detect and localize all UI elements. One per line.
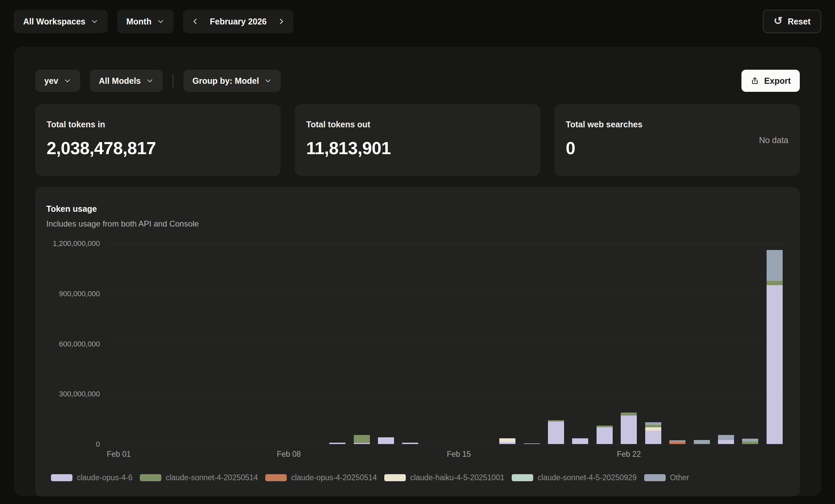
group-by-dropdown-label: Group by: Model — [192, 76, 259, 86]
x-tick-label: Feb 15 — [447, 450, 471, 459]
legend-item: claude-sonnet-4-20250514 — [140, 473, 258, 482]
bar-segment — [621, 413, 637, 416]
chart-bar[interactable] — [354, 435, 370, 444]
models-dropdown[interactable]: All Models — [90, 70, 163, 92]
stat-card-tokens-out: Total tokens out 11,813,901 — [295, 104, 540, 176]
stat-card-web-searches: Total web searches 0 No data — [554, 104, 800, 176]
chart-bar[interactable] — [718, 435, 734, 444]
stats-row: Total tokens in 2,038,478,817 Total toke… — [35, 104, 800, 176]
export-icon — [751, 77, 759, 85]
main-panel: yev All Models Group by: Model Export To… — [14, 47, 821, 496]
chart-bar[interactable] — [694, 440, 710, 444]
stat-value: 11,813,901 — [306, 138, 529, 158]
chart-bar[interactable] — [329, 443, 345, 444]
chart-bar[interactable] — [572, 438, 588, 444]
chart-bar[interactable] — [402, 443, 418, 444]
legend-label: claude-opus-4-6 — [77, 473, 133, 482]
user-dropdown[interactable]: yev — [35, 70, 80, 92]
previous-month-button[interactable] — [188, 15, 202, 28]
chart-bar[interactable] — [499, 438, 515, 444]
chart-subtitle: Includes usage from both API and Console — [46, 219, 789, 229]
stat-title: Total web searches — [566, 120, 788, 129]
chart-bar[interactable] — [378, 437, 394, 444]
stat-title: Total tokens out — [306, 120, 529, 129]
bar-segment — [645, 425, 661, 427]
chevron-down-icon — [91, 18, 98, 25]
chart-bar[interactable] — [524, 443, 540, 444]
gridline — [107, 444, 787, 444]
y-axis: 0300,000,000600,000,000900,000,0001,200,… — [46, 244, 107, 444]
chevron-right-icon — [277, 17, 285, 25]
chart-bar[interactable] — [645, 422, 661, 444]
gridline — [107, 344, 787, 344]
stat-value: 2,038,478,817 — [47, 138, 269, 158]
legend-swatch — [265, 474, 287, 481]
legend-swatch — [51, 474, 73, 481]
x-tick-label: Feb 08 — [277, 450, 301, 459]
bar-segment — [354, 435, 370, 443]
chart-card: Token usage Includes usage from both API… — [35, 187, 800, 496]
bar-segment — [767, 285, 783, 444]
user-dropdown-label: yev — [44, 76, 58, 86]
no-data-label: No data — [759, 135, 788, 145]
group-by-dropdown[interactable]: Group by: Model — [183, 70, 281, 92]
chart-bar[interactable] — [548, 420, 564, 444]
bar-segment — [378, 437, 394, 444]
y-tick-label: 1,200,000,000 — [53, 239, 100, 248]
legend-item: claude-sonnet-4-5-20250929 — [512, 473, 636, 482]
legend-item: claude-haiku-4-5-20251001 — [384, 473, 504, 482]
chart-legend: claude-opus-4-6claude-sonnet-4-20250514c… — [51, 473, 789, 482]
bar-segment — [499, 442, 515, 444]
chart-plot: Feb 01Feb 08Feb 15Feb 22 — [107, 244, 787, 444]
export-button[interactable]: Export — [741, 70, 800, 92]
y-tick-label: 300,000,000 — [59, 390, 100, 399]
y-tick-label: 900,000,000 — [59, 289, 100, 299]
bar-segment — [718, 435, 734, 440]
x-tick-label: Feb 22 — [617, 450, 641, 459]
chart-area: 0300,000,000600,000,000900,000,0001,200,… — [46, 244, 789, 444]
stat-card-tokens-in: Total tokens in 2,038,478,817 — [35, 104, 281, 176]
bar-segment — [742, 442, 758, 444]
period-dropdown-label: Month — [126, 17, 151, 26]
bar-segment — [499, 438, 515, 442]
legend-swatch — [644, 474, 666, 481]
filter-row: yev All Models Group by: Model Export — [35, 70, 800, 92]
legend-label: claude-sonnet-4-5-20250929 — [537, 473, 636, 482]
chart-bar[interactable] — [596, 425, 613, 444]
chart-bar[interactable] — [621, 413, 637, 444]
workspaces-dropdown[interactable]: All Workspaces — [14, 10, 108, 33]
reset-icon: ↺ — [774, 16, 783, 26]
x-tick-label: Feb 01 — [107, 450, 131, 459]
y-tick-label: 600,000,000 — [59, 339, 100, 349]
next-month-button[interactable] — [274, 15, 288, 28]
bar-segment — [572, 438, 588, 444]
legend-swatch — [384, 474, 406, 481]
month-navigator: February 2026 — [183, 10, 294, 33]
stat-value: 0 — [566, 138, 788, 158]
bar-segment — [742, 439, 758, 442]
chevron-down-icon — [157, 18, 164, 25]
workspaces-dropdown-label: All Workspaces — [23, 17, 85, 26]
chart-bar[interactable] — [742, 439, 758, 444]
gridline — [107, 394, 787, 394]
legend-label: claude-opus-4-20250514 — [291, 473, 377, 482]
legend-swatch — [512, 474, 533, 481]
legend-label: claude-sonnet-4-20250514 — [166, 473, 258, 482]
bar-segment — [718, 440, 734, 444]
bar-segment — [767, 250, 783, 281]
topbar: All Workspaces Month February 2026 ↺ Res… — [14, 10, 821, 33]
chart-bar[interactable] — [767, 250, 783, 444]
bar-segment — [548, 422, 564, 444]
period-dropdown[interactable]: Month — [117, 10, 174, 33]
bar-segment — [621, 416, 637, 444]
bar-segment — [767, 281, 783, 285]
chevron-left-icon — [191, 17, 199, 25]
legend-label: Other — [670, 473, 690, 482]
gridline — [107, 294, 787, 294]
stat-title: Total tokens in — [47, 120, 269, 129]
reset-button[interactable]: ↺ Reset — [763, 10, 821, 33]
chart-bar[interactable] — [669, 440, 686, 444]
month-label: February 2026 — [210, 17, 267, 26]
bar-segment — [354, 443, 370, 444]
models-dropdown-label: All Models — [99, 76, 141, 86]
